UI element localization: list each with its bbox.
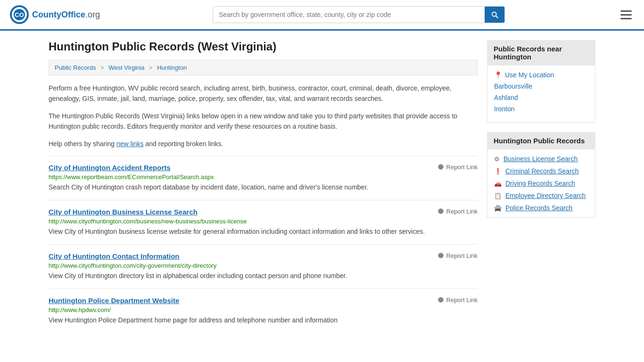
result-desc-1: View City of Huntington business license… xyxy=(49,227,478,237)
content-area: Huntington Public Records (West Virginia… xyxy=(49,40,478,333)
nearby-place-link-0[interactable]: Barboursville xyxy=(494,82,532,90)
huntington-link-2[interactable]: Driving Records Search xyxy=(505,180,575,187)
desc3-prefix: Help others by sharing xyxy=(49,140,116,148)
result-header: Huntington Police Department Website Rep… xyxy=(49,296,478,304)
menu-line xyxy=(620,14,632,16)
nearby-place-link-2[interactable]: Ironton xyxy=(494,105,515,113)
huntington-records-content: ⚙ Business License Search ❗ Criminal Rec… xyxy=(487,149,595,218)
huntington-records-heading: Huntington Public Records xyxy=(487,132,595,149)
huntington-link-1[interactable]: Criminal Records Search xyxy=(505,167,579,175)
nearby-heading: Public Records near Huntington xyxy=(487,40,595,66)
description-3: Help others by sharing new links and rep… xyxy=(49,139,478,149)
result-title-1[interactable]: City of Huntington Business License Sear… xyxy=(49,208,198,216)
logo-icon: CO xyxy=(9,5,29,25)
report-link-3[interactable]: Report Link xyxy=(438,296,478,304)
description-2: The Huntington Public Records (West Virg… xyxy=(49,111,478,132)
result-title-2[interactable]: City of Huntington Contact Information xyxy=(49,252,179,260)
use-my-location-item: 📍 Use My Location xyxy=(494,71,588,79)
breadcrumb-huntington[interactable]: Huntington xyxy=(157,64,187,71)
main-container: Huntington Public Records (West Virginia… xyxy=(39,31,605,333)
search-input[interactable] xyxy=(213,7,485,22)
result-item: City of Huntington Business License Sear… xyxy=(49,200,478,244)
result-item: City of Huntington Accident Reports Repo… xyxy=(49,156,478,200)
nearby-place-1: Ashland xyxy=(494,94,588,101)
menu-line xyxy=(620,18,632,19)
huntington-link-0[interactable]: Business License Search xyxy=(504,155,578,163)
result-header: City of Huntington Accident Reports Repo… xyxy=(49,164,478,172)
result-title-3[interactable]: Huntington Police Department Website xyxy=(49,296,179,304)
sidebar-link-icon-0: ⚙ xyxy=(494,156,500,163)
report-icon xyxy=(438,164,444,170)
result-desc-2: View City of Huntington directory list i… xyxy=(49,271,478,281)
result-item: Huntington Police Department Website Rep… xyxy=(49,288,478,333)
report-link-0[interactable]: Report Link xyxy=(438,164,478,171)
description-1: Perform a free Huntington, WV public rec… xyxy=(49,83,478,104)
desc3-suffix: and reporting broken links. xyxy=(144,140,223,148)
use-my-location-link[interactable]: Use My Location xyxy=(505,71,554,79)
logo-area: CO CountyOffice.org xyxy=(9,5,100,25)
breadcrumb-sep: > xyxy=(100,64,104,71)
results-list: City of Huntington Accident Reports Repo… xyxy=(49,156,478,333)
huntington-links: ⚙ Business License Search ❗ Criminal Rec… xyxy=(494,155,588,212)
huntington-link-item-1: ❗ Criminal Records Search xyxy=(494,167,588,175)
report-link-1[interactable]: Report Link xyxy=(438,208,478,215)
huntington-link-3[interactable]: Employee Directory Search xyxy=(505,192,586,199)
huntington-link-4[interactable]: Police Records Search xyxy=(505,204,572,212)
new-links-link[interactable]: new links xyxy=(116,140,144,148)
result-url-2[interactable]: http://www.cityofhuntington.com/city-gov… xyxy=(49,262,478,269)
result-url-1[interactable]: http://www.cityofhuntington.com/business… xyxy=(49,218,478,225)
report-icon xyxy=(438,296,444,303)
result-title-0[interactable]: City of Huntington Accident Reports xyxy=(49,164,171,172)
page-title: Huntington Public Records (West Virginia… xyxy=(49,40,478,53)
huntington-link-item-4: 🚔 Police Records Search xyxy=(494,204,588,212)
result-url-3[interactable]: http://www.hpdwv.com/ xyxy=(49,306,478,313)
menu-line xyxy=(620,10,632,12)
nearby-places: BarboursvilleAshlandIronton xyxy=(494,82,588,113)
search-icon xyxy=(490,10,499,19)
nearby-content: 📍 Use My Location BarboursvilleAshlandIr… xyxy=(487,66,595,123)
nearby-place-link-1[interactable]: Ashland xyxy=(494,94,518,101)
result-desc-3: View Huntington Police Department home p… xyxy=(49,315,478,325)
result-url-0[interactable]: https://www.reportbeam.com/ECommercePort… xyxy=(49,173,478,181)
sidebar-link-icon-1: ❗ xyxy=(494,168,502,175)
logo-suffix: .org xyxy=(85,10,100,19)
breadcrumb-public-records[interactable]: Public Records xyxy=(55,64,96,71)
breadcrumb-sep: > xyxy=(149,64,153,71)
report-icon xyxy=(438,208,444,214)
huntington-records-section: Huntington Public Records ⚙ Business Lic… xyxy=(487,132,595,218)
sidebar-link-icon-2: 🚗 xyxy=(494,180,502,187)
breadcrumb-west-virginia[interactable]: West Virginia xyxy=(108,64,144,71)
huntington-link-item-2: 🚗 Driving Records Search xyxy=(494,180,588,187)
sidebar-link-icon-3: 📋 xyxy=(494,192,502,199)
nearby-place-0: Barboursville xyxy=(494,82,588,90)
svg-text:CO: CO xyxy=(15,11,24,18)
sidebar-link-icon-4: 🚔 xyxy=(494,205,502,212)
huntington-link-item-0: ⚙ Business License Search xyxy=(494,155,588,163)
sidebar: Public Records near Huntington 📍 Use My … xyxy=(487,40,595,333)
huntington-link-item-3: 📋 Employee Directory Search xyxy=(494,192,588,199)
logo-text: CountyOffice.org xyxy=(32,10,100,20)
report-icon xyxy=(438,252,444,259)
logo-brand: CountyOffice xyxy=(32,10,85,19)
nearby-place-2: Ironton xyxy=(494,105,588,113)
result-header: City of Huntington Business License Sear… xyxy=(49,208,478,216)
header: CO CountyOffice.org xyxy=(0,0,644,31)
search-area xyxy=(213,6,505,23)
result-item: City of Huntington Contact Information R… xyxy=(49,244,478,288)
report-link-2[interactable]: Report Link xyxy=(438,252,478,259)
result-header: City of Huntington Contact Information R… xyxy=(49,252,478,260)
search-button[interactable] xyxy=(485,7,504,23)
pin-icon: 📍 xyxy=(494,71,502,79)
breadcrumb: Public Records > West Virginia > Hunting… xyxy=(49,60,478,75)
hamburger-menu-button[interactable] xyxy=(618,8,635,22)
nearby-section: Public Records near Huntington 📍 Use My … xyxy=(487,40,595,123)
result-desc-0: Search City of Huntington crash report d… xyxy=(49,182,478,192)
